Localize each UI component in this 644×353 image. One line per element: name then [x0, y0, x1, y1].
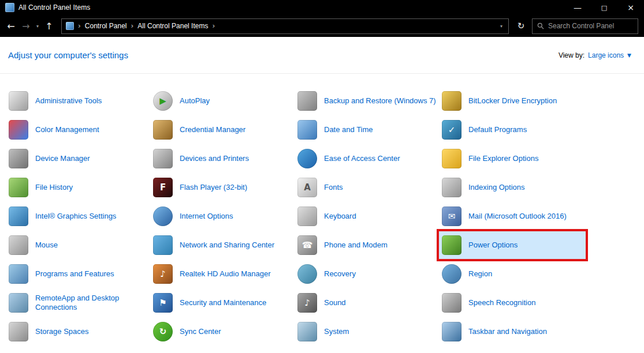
item-intel-graphics-settings[interactable]: Intel® Graphics Settings — [5, 202, 153, 231]
programs-and-features-icon — [9, 264, 28, 284]
default-programs-icon: ✓ — [442, 120, 461, 140]
file-explorer-options-icon — [442, 149, 461, 168]
item-date-and-time[interactable]: Date and Time — [294, 115, 442, 144]
item-mouse[interactable]: Mouse — [5, 231, 153, 260]
item-keyboard[interactable]: Keyboard — [294, 202, 442, 231]
control-panel-icon — [5, 3, 14, 12]
breadcrumb-all-control-panel-items[interactable]: All Control Panel Items — [137, 22, 208, 30]
maximize-button[interactable]: □ — [591, 0, 617, 15]
storage-spaces-icon — [9, 322, 28, 341]
item-storage-spaces[interactable]: Storage Spaces — [5, 317, 153, 346]
item-device-manager[interactable]: Device Manager — [5, 144, 153, 173]
sync-center-icon: ↻ — [153, 322, 173, 341]
breadcrumb-separator-icon: › — [212, 22, 215, 30]
item-label: Device Manager — [35, 154, 90, 163]
item-label: Mouse — [35, 241, 58, 250]
item-sync-center[interactable]: ↻Sync Center — [150, 317, 297, 346]
view-by-label: View by: — [559, 51, 585, 59]
item-sound[interactable]: ♪Sound — [294, 288, 442, 317]
item-label: Backup and Restore (Windows 7) — [324, 96, 436, 106]
item-administrative-tools[interactable]: Administrative Tools — [5, 87, 153, 115]
taskbar-and-navigation-icon — [442, 322, 461, 341]
item-recovery[interactable]: Recovery — [294, 260, 442, 288]
item-devices-and-printers[interactable]: Devices and Printers — [150, 144, 297, 173]
item-speech-recognition[interactable]: Speech Recognition — [438, 288, 586, 317]
security-and-maintenance-icon: ⚑ — [153, 293, 173, 313]
search-box — [532, 18, 638, 34]
item-label: Devices and Printers — [180, 154, 249, 163]
item-network-and-sharing-center[interactable]: Network and Sharing Center — [150, 231, 297, 260]
item-fonts[interactable]: AFonts — [294, 173, 442, 202]
recent-locations-chevron-icon[interactable]: ▾ — [33, 24, 42, 29]
sound-icon: ♪ — [297, 293, 317, 313]
item-label: RemoteApp and Desktop Connections — [35, 294, 147, 313]
item-label: Color Management — [35, 125, 99, 134]
item-ease-of-access-center[interactable]: Ease of Access Center — [294, 144, 442, 173]
item-label: Intel® Graphics Settings — [35, 212, 116, 221]
item-security-and-maintenance[interactable]: ⚑Security and Maintenance — [150, 288, 297, 317]
item-label: Sound — [324, 298, 346, 307]
item-label: Realtek HD Audio Manager — [180, 269, 271, 279]
item-programs-and-features[interactable]: Programs and Features — [5, 260, 153, 288]
view-by-chevron-icon[interactable]: ▼ — [627, 52, 631, 58]
refresh-button[interactable]: ↻ — [513, 21, 528, 31]
item-label: Credential Manager — [180, 125, 245, 134]
item-region[interactable]: Region — [438, 260, 586, 288]
item-label: Speech Recognition — [468, 298, 535, 307]
item-label: Keyboard — [324, 212, 356, 221]
remoteapp-and-desktop-connections-icon — [9, 293, 28, 313]
item-label: Security and Maintenance — [180, 298, 266, 307]
item-system[interactable]: System — [294, 317, 442, 346]
breadcrumb-separator-icon: › — [78, 22, 81, 30]
intel-graphics-settings-icon — [9, 206, 28, 226]
item-realtek-hd-audio-manager[interactable]: ♪Realtek HD Audio Manager — [150, 260, 297, 288]
item-color-management[interactable]: Color Management — [5, 115, 153, 144]
item-label: Date and Time — [324, 125, 373, 134]
item-label: Fonts — [324, 183, 343, 192]
item-file-history[interactable]: File History — [5, 173, 153, 202]
page-header: Adjust your computer's settings View by:… — [0, 37, 644, 74]
item-label: Taskbar and Navigation — [468, 327, 547, 336]
item-phone-and-modem[interactable]: ☎Phone and Modem — [294, 231, 442, 260]
address-dropdown-chevron-icon[interactable]: ▾ — [498, 24, 504, 29]
address-bar[interactable]: › Control Panel › All Control Panel Item… — [61, 18, 509, 34]
item-mail[interactable]: ✉Mail (Microsoft Outlook 2016) — [438, 202, 586, 231]
close-button[interactable]: × — [617, 0, 644, 15]
forward-button[interactable]: → — [18, 21, 33, 32]
fonts-icon: A — [297, 178, 317, 197]
item-bitlocker-drive-encryption[interactable]: BitLocker Drive Encryption — [438, 87, 586, 115]
item-label: Mail (Microsoft Outlook 2016) — [468, 212, 567, 221]
item-label: Network and Sharing Center — [180, 241, 274, 250]
backup-and-restore-icon — [297, 91, 317, 111]
item-credential-manager[interactable]: Credential Manager — [150, 115, 297, 144]
item-backup-and-restore[interactable]: Backup and Restore (Windows 7) — [294, 87, 442, 115]
search-input[interactable] — [548, 22, 633, 30]
breadcrumb-control-panel[interactable]: Control Panel — [85, 22, 127, 30]
item-file-explorer-options[interactable]: File Explorer Options — [438, 144, 586, 173]
item-label: Internet Options — [180, 212, 233, 221]
item-label: Phone and Modem — [324, 241, 388, 250]
item-taskbar-and-navigation[interactable]: Taskbar and Navigation — [438, 317, 586, 346]
view-by-value[interactable]: Large icons — [588, 51, 624, 59]
item-autoplay[interactable]: ▶AutoPlay — [150, 87, 297, 115]
navigation-bar: ← → ▾ ↑ › Control Panel › All Control Pa… — [0, 15, 644, 37]
color-management-icon — [9, 120, 28, 140]
power-options-icon — [442, 235, 461, 255]
item-indexing-options[interactable]: Indexing Options — [438, 173, 586, 202]
item-power-options[interactable]: Power Options — [438, 231, 586, 260]
minimize-button[interactable]: — — [564, 0, 591, 15]
realtek-hd-audio-manager-icon: ♪ — [153, 264, 173, 284]
back-button[interactable]: ← — [3, 21, 18, 32]
item-label: Storage Spaces — [35, 327, 89, 336]
up-button[interactable]: ↑ — [42, 21, 57, 32]
mouse-icon — [9, 235, 28, 255]
item-remoteapp-and-desktop-connections[interactable]: RemoteApp and Desktop Connections — [5, 288, 153, 317]
item-label: File Explorer Options — [468, 154, 538, 163]
view-by-control: View by: Large icons ▼ — [559, 51, 631, 59]
item-default-programs[interactable]: ✓Default Programs — [438, 115, 586, 144]
item-internet-options[interactable]: Internet Options — [150, 202, 297, 231]
item-label: Administrative Tools — [35, 96, 102, 106]
item-label: Default Programs — [468, 125, 527, 134]
item-flash-player[interactable]: FFlash Player (32-bit) — [150, 173, 297, 202]
item-label: System — [324, 327, 349, 336]
